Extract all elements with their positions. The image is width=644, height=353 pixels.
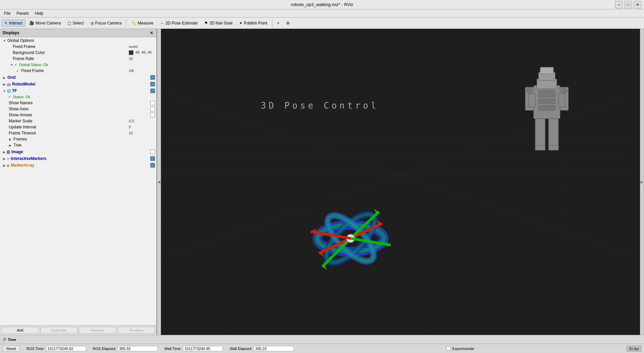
tf-status-ok-icon: ✓ — [8, 95, 11, 99]
tree-row[interactable]: ▶ Tree — [0, 142, 156, 148]
image-icon: 🖼 — [7, 150, 10, 154]
fixed-frame-label: Fixed Frame — [12, 44, 129, 49]
fixed-frame-value: world — [129, 45, 156, 49]
menu-panels[interactable]: Panels — [14, 10, 32, 16]
2d-nav-button[interactable]: ⚑ 2D Nav Goal — [201, 19, 235, 27]
grid-label: Grid — [7, 75, 150, 80]
ros-time-label: ROS Time: — [26, 347, 45, 351]
pose-icon: → — [160, 21, 164, 25]
frame-rate-row: Frame Rate 30 — [0, 56, 156, 62]
marker-array-expand[interactable]: ▶ — [2, 163, 7, 168]
tree-label: Tree — [13, 143, 156, 148]
tf-row[interactable]: ▼ 🌐 TF — [0, 88, 156, 94]
interactive-markers-expand[interactable]: ▶ — [2, 156, 7, 161]
robot-model-item: ▶ 🤖 RobotModel — [0, 81, 156, 87]
frames-row[interactable]: ▶ Frames — [0, 136, 156, 142]
image-row[interactable]: ▶ 🖼 Image — [0, 149, 156, 155]
grid-row[interactable]: ▶ Grid — [0, 74, 156, 80]
frames-expand[interactable]: ▶ — [8, 137, 13, 141]
update-interval-value: 0 — [129, 125, 156, 129]
interact-button[interactable]: ↖ Interact — [1, 19, 25, 27]
tree-expand[interactable]: ▶ — [8, 143, 13, 148]
interactive-markers-checkbox[interactable] — [150, 156, 155, 161]
svg-rect-33 — [539, 99, 555, 104]
rename-button[interactable]: Rename — [118, 327, 155, 334]
plus-icon: + — [277, 21, 279, 25]
tf-checkbox[interactable] — [150, 89, 155, 93]
settings-icon: ⚙ — [286, 21, 290, 25]
experimental-checkbox[interactable] — [446, 346, 451, 351]
duplicate-button[interactable]: Duplicate — [40, 327, 78, 334]
add-button[interactable]: Add — [1, 327, 39, 334]
show-names-row[interactable]: Show Names — [0, 100, 156, 106]
viewport-svg: 3D Pose Control — [161, 29, 640, 335]
svg-rect-0 — [161, 29, 640, 335]
reset-button[interactable]: Reset — [3, 346, 20, 352]
publish-point-button[interactable]: ✦ Publish Point — [236, 19, 270, 27]
svg-rect-28 — [535, 119, 545, 149]
robot-model-expand[interactable]: ▶ — [2, 82, 7, 86]
global-status-row[interactable]: ▼ ✓ Global Status: Ok — [0, 62, 156, 68]
svg-rect-34 — [539, 105, 555, 110]
global-options-row[interactable]: ▼ Global Options — [0, 38, 156, 44]
pose-control-text: 3D Pose Control — [261, 101, 379, 111]
marker-scale-value: 0.3 — [129, 119, 156, 123]
bg-color-row[interactable]: Background Color 48; 48; 48 — [0, 50, 156, 56]
displays-tree[interactable]: ▼ Global Options Fixed Frame world Backg… — [0, 37, 156, 325]
show-arrows-checkbox[interactable] — [150, 113, 155, 117]
wall-elapsed-field: Wall Elapsed: 395.23 — [230, 346, 294, 351]
image-checkbox[interactable] — [150, 150, 155, 154]
bg-color-label: Background Color — [12, 50, 129, 55]
global-options-expand[interactable]: ▼ — [2, 38, 7, 43]
interactive-markers-row[interactable]: ▶ ⊹ InteractiveMarkers — [0, 156, 156, 162]
displays-close-button[interactable]: ✕ — [150, 30, 154, 36]
wall-time-label: Wall Time: — [164, 347, 181, 351]
grid-checkbox[interactable] — [150, 75, 155, 80]
robot-model-checkbox[interactable] — [150, 82, 155, 86]
ros-time-field: ROS Time: 1511773240.92 — [26, 346, 86, 351]
global-options-label: Global Options — [7, 38, 156, 43]
2d-pose-button[interactable]: → 2D Pose Estimate — [157, 19, 201, 27]
remove-button[interactable]: Remove — [79, 327, 116, 334]
svg-rect-29 — [548, 119, 558, 149]
move-camera-button[interactable]: 🎥 Move Camera — [26, 19, 64, 27]
extra-tool-button[interactable]: + — [274, 19, 282, 27]
frame-timeout-value: 15 — [129, 131, 156, 135]
minimize-button[interactable]: ─ — [615, 1, 623, 8]
interact-label: Interact — [9, 21, 22, 25]
select-button[interactable]: ▢ Select — [64, 19, 87, 27]
status-bar: Reset ROS Time: 1511773240.92 ROS Elapse… — [0, 344, 644, 353]
frame-rate-value: 30 — [129, 57, 156, 61]
measure-button[interactable]: 📏 Measure — [128, 19, 156, 27]
right-collapse-handle[interactable]: ▶ — [640, 29, 644, 335]
frame-timeout-row: Frame Timeout 15 — [0, 130, 156, 136]
global-status-expand[interactable]: ▼ — [9, 62, 14, 67]
grid-expand[interactable]: ▶ — [2, 75, 7, 80]
show-axes-checkbox[interactable] — [150, 107, 155, 111]
show-arrows-row[interactable]: Show Arrows — [0, 112, 156, 118]
tf-item: ▼ 🌐 TF ✓ Status: Ok Show Names Show Axes — [0, 87, 156, 149]
settings-button[interactable]: ⚙ — [283, 19, 293, 27]
2d-pose-label: 2D Pose Estimate — [165, 21, 198, 25]
tf-expand[interactable]: ▼ — [2, 89, 7, 93]
ros-time-value: 1511773240.92 — [46, 346, 86, 351]
marker-array-row[interactable]: ▶ ◆ MarkerArray — [0, 162, 156, 168]
wall-elapsed-value: 395.23 — [254, 346, 294, 351]
time-label: Time — [8, 338, 16, 342]
menu-help[interactable]: Help — [32, 10, 46, 16]
title-bar: robotis_op3_walking.rviz* - RViz ─ □ ✕ — [0, 0, 644, 9]
close-button[interactable]: ✕ — [634, 1, 641, 8]
image-expand[interactable]: ▶ — [2, 150, 7, 154]
left-collapse-handle[interactable]: ◀ — [157, 29, 161, 335]
global-options-group: ▼ Global Options Fixed Frame world Backg… — [0, 37, 156, 74]
show-axes-row[interactable]: Show Axes — [0, 106, 156, 112]
menu-file[interactable]: File — [1, 10, 13, 16]
left-panel: Displays ✕ ▼ Global Options Fixed Frame … — [0, 29, 157, 335]
robot-model-row[interactable]: ▶ 🤖 RobotModel — [0, 81, 156, 87]
viewport[interactable]: 3D Pose Control — [161, 29, 640, 335]
cursor-icon: ↖ — [4, 21, 8, 25]
marker-array-checkbox[interactable] — [150, 163, 155, 168]
focus-camera-button[interactable]: ◎ Focus Camera — [88, 19, 125, 27]
show-names-checkbox[interactable] — [150, 101, 155, 105]
maximize-button[interactable]: □ — [625, 1, 632, 8]
